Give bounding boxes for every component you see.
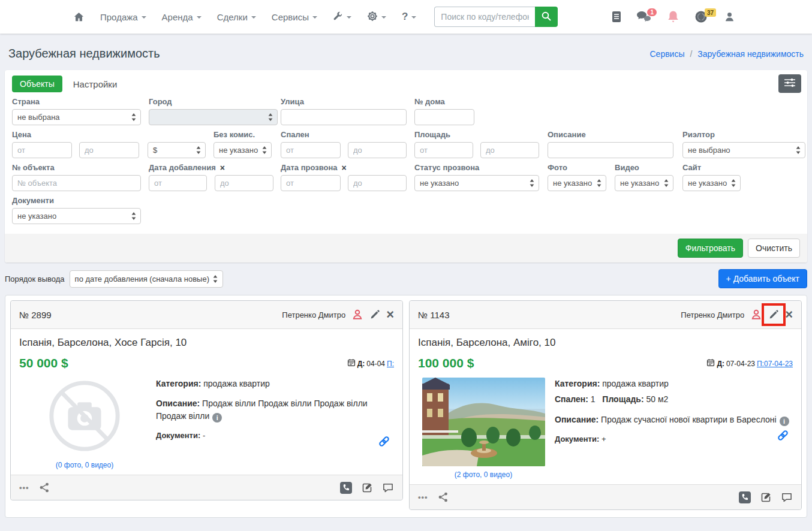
breadcrumb-services-link[interactable]: Сервисы (650, 49, 685, 59)
more-actions-icon[interactable]: ••• (418, 495, 428, 500)
edit-note-icon[interactable] (361, 482, 373, 494)
info-icon[interactable]: i (780, 417, 789, 426)
street-input[interactable] (281, 109, 407, 125)
media-count-link[interactable]: (0 фото, 0 видео) (56, 461, 113, 469)
bell-icon[interactable] (667, 10, 679, 24)
chevron-down-icon (312, 16, 317, 19)
breadcrumb-current-link[interactable]: Зарубежная недвижимость (697, 49, 804, 59)
link-icon[interactable] (378, 435, 390, 449)
object-number: № 2899 (19, 310, 52, 320)
description-value: Продаж сучасної нової квартири в Баресло… (601, 415, 777, 424)
date-added-label: Д: (357, 360, 365, 368)
clear-button[interactable]: Очистить (748, 239, 800, 258)
date-call-to-input[interactable] (348, 175, 407, 191)
close-icon[interactable]: × (386, 310, 394, 319)
object-photo[interactable] (418, 378, 549, 466)
journal-icon[interactable] (612, 11, 621, 23)
date-added-from-input[interactable] (149, 175, 207, 191)
call-icon[interactable] (739, 491, 751, 503)
agent-icon[interactable] (750, 309, 762, 321)
share-icon[interactable] (438, 491, 449, 503)
settings-menu[interactable] (367, 11, 386, 23)
no-commission-select[interactable]: не указано (213, 142, 272, 158)
filter-button[interactable]: Фильтровать (678, 239, 743, 258)
bedrooms-to-input[interactable] (348, 142, 407, 158)
search-box (434, 7, 558, 27)
country-select[interactable]: не выбрана (12, 109, 141, 125)
documents-select[interactable]: не указано (12, 208, 141, 224)
realtor-select[interactable]: не выбрано (682, 142, 805, 158)
user-icon[interactable] (724, 11, 735, 23)
wrench-icon (333, 11, 343, 23)
chat-badge: 1 (647, 8, 657, 16)
price-to-input[interactable] (79, 142, 139, 158)
page: Продажа Аренда Сделки Сервисы (0, 0, 812, 531)
gear-icon (367, 11, 378, 23)
category-value: продажа квартир (602, 379, 669, 388)
chat-icon[interactable]: 1 (636, 11, 652, 23)
menu-sale[interactable]: Продажа (100, 12, 146, 22)
search-button[interactable] (535, 7, 558, 27)
price-from-input[interactable] (12, 142, 72, 158)
top-navbar: Продажа Аренда Сделки Сервисы (0, 0, 812, 34)
sort-select[interactable]: по дате добавления (сначала новые) (70, 270, 223, 288)
select-caret-icon (597, 179, 602, 187)
category-value: продажа квартир (203, 379, 270, 388)
tab-objects[interactable]: Объекты (12, 76, 62, 92)
edit-note-icon[interactable] (760, 491, 772, 503)
sort-label: Порядок вывода (5, 274, 65, 283)
menu-deals[interactable]: Сделки (217, 12, 256, 22)
more-actions-icon[interactable]: ••• (19, 485, 29, 490)
date-call-link[interactable]: П: (387, 360, 394, 368)
date-call-link[interactable]: П:07-04-23 (757, 360, 793, 368)
description-input[interactable] (548, 142, 673, 158)
comment-icon[interactable] (781, 491, 793, 503)
area-to-input[interactable] (480, 142, 539, 158)
question-icon: ? (402, 11, 408, 23)
date-added-to-input[interactable] (215, 175, 273, 191)
photo-select[interactable]: не указано (548, 175, 606, 191)
select-caret-icon (262, 146, 267, 154)
bedrooms-from-input[interactable] (281, 142, 341, 158)
help-menu[interactable]: ? (402, 11, 416, 23)
close-icon[interactable]: × (785, 310, 793, 319)
comment-icon[interactable] (382, 482, 394, 493)
city-select[interactable] (149, 109, 278, 125)
select-caret-icon (131, 212, 136, 220)
media-count-link[interactable]: (2 фото, 0 видео) (455, 470, 512, 479)
home-icon[interactable] (73, 11, 85, 23)
documents-value: + (602, 435, 606, 443)
area-value: 50 м2 (646, 394, 668, 404)
link-icon[interactable] (777, 429, 789, 443)
call-icon[interactable] (340, 482, 352, 494)
add-object-button[interactable]: + Добавить объект (718, 269, 807, 288)
menu-services[interactable]: Сервисы (272, 12, 317, 22)
select-caret-icon (131, 113, 136, 121)
clear-date-call-icon[interactable]: × (342, 165, 347, 171)
share-icon[interactable] (39, 482, 50, 493)
area-from-input[interactable] (414, 142, 473, 158)
object-id-input[interactable] (12, 175, 141, 191)
site-select[interactable]: не указано (682, 175, 741, 191)
tools-menu[interactable] (333, 11, 351, 23)
menu-rent[interactable]: Аренда (162, 12, 202, 22)
select-caret-icon (196, 146, 201, 154)
edit-icon[interactable] (768, 309, 779, 320)
edit-icon[interactable] (369, 309, 380, 320)
chevron-down-icon (411, 16, 416, 19)
object-address: Іспанія, Барселона, Хосе Гарсія, 10 (19, 337, 394, 349)
search-icon (541, 11, 552, 23)
currency-select[interactable]: $ (148, 142, 206, 158)
date-call-from-input[interactable] (281, 175, 341, 191)
object-card-2899: № 2899 Петренко Дмитро × Іспанія, Барсел… (10, 300, 403, 500)
house-number-input[interactable] (414, 109, 474, 125)
call-status-select[interactable]: не указано (414, 175, 539, 191)
video-select[interactable]: не указано (615, 175, 673, 191)
agent-icon[interactable] (351, 309, 363, 321)
bedrooms-value: 1 (591, 394, 596, 404)
balance-icon[interactable]: 37 (694, 10, 709, 24)
info-icon[interactable]: i (212, 413, 222, 423)
filter-toggle-button[interactable] (778, 74, 801, 93)
tab-settings[interactable]: Настройки (73, 79, 118, 89)
search-input[interactable] (434, 7, 535, 27)
